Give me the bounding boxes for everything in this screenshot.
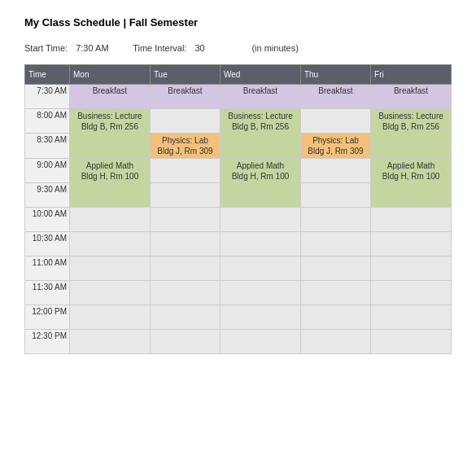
table-row: 9:00 AM Applied MathBldg H, Rm 100 Appli… xyxy=(25,159,452,183)
table-row: 12:00 PM xyxy=(25,305,452,330)
empty-fri-1100 xyxy=(371,256,452,281)
time-cell: 8:30 AM xyxy=(25,134,70,159)
math-mon: Applied MathBldg H, Rm 100 xyxy=(70,159,151,208)
empty-mon-1030 xyxy=(70,232,151,256)
breakfast-mon: Breakfast xyxy=(70,85,151,109)
empty-mon-1000 xyxy=(70,208,151,232)
breakfast-thu: Breakfast xyxy=(300,85,370,109)
header-row: Time Mon Tue Wed Thu Fri xyxy=(25,65,452,85)
interval-unit: (in minutes) xyxy=(251,43,298,53)
empty-thu-800 xyxy=(300,109,370,134)
time-cell: 10:00 AM xyxy=(25,208,70,232)
empty-thu-1000 xyxy=(300,208,370,232)
time-cell: 9:00 AM xyxy=(25,159,70,183)
empty-fri-1230 xyxy=(371,330,452,354)
empty-thu-1230 xyxy=(300,330,370,354)
breakfast-wed: Breakfast xyxy=(221,85,301,109)
physics-thu: Physics: LabBldg J, Rm 309 xyxy=(300,134,370,159)
header-thu: Thu xyxy=(300,65,370,85)
empty-fri-1000 xyxy=(371,208,452,232)
time-cell: 12:00 PM xyxy=(25,305,70,330)
table-row: 10:30 AM xyxy=(25,232,452,256)
empty-tue-1100 xyxy=(150,256,220,281)
empty-fri-1130 xyxy=(371,281,452,305)
table-row: 8:00 AM Business: LectureBldg B, Rm 256 … xyxy=(25,109,452,134)
table-row: 7:30 AM Breakfast Breakfast Breakfast Br… xyxy=(25,85,452,109)
empty-wed-1200 xyxy=(221,305,301,330)
physics-tue: Physics: LabBldg J, Rm 309 xyxy=(150,134,220,159)
empty-tue-1230 xyxy=(150,330,220,354)
empty-thu-1030 xyxy=(300,232,370,256)
empty-thu-930 xyxy=(300,183,370,208)
business-fri: Business: LectureBldg B, Rm 256 xyxy=(371,109,452,159)
time-cell: 7:30 AM xyxy=(25,85,70,109)
table-row: 10:00 AM xyxy=(25,208,452,232)
empty-wed-1100 xyxy=(221,256,301,281)
schedule-table: Time Mon Tue Wed Thu Fri 7:30 AM Breakfa… xyxy=(24,64,452,354)
empty-tue-1030 xyxy=(150,232,220,256)
math-wed: Applied MathBldg H, Rm 100 xyxy=(221,159,301,208)
table-row: 11:00 AM xyxy=(25,256,452,281)
empty-wed-1130 xyxy=(221,281,301,305)
empty-wed-1000 xyxy=(221,208,301,232)
empty-mon-1230 xyxy=(70,330,151,354)
empty-tue-1130 xyxy=(150,281,220,305)
breakfast-tue: Breakfast xyxy=(150,85,220,109)
time-cell: 9:30 AM xyxy=(25,183,70,208)
empty-fri-1030 xyxy=(371,232,452,256)
header-time: Time xyxy=(25,65,70,85)
interval-value: 30 xyxy=(194,43,243,53)
time-cell: 11:30 AM xyxy=(25,281,70,305)
header-tue: Tue xyxy=(150,65,220,85)
meta-row: Start Time: 7:30 AM Time Interval: 30 (i… xyxy=(24,43,452,53)
business-wed: Business: LectureBldg B, Rm 256 xyxy=(221,109,301,159)
start-time-label: Start Time: xyxy=(24,43,68,53)
math-fri: Applied MathBldg H, Rm 100 xyxy=(371,159,452,208)
header-fri: Fri xyxy=(371,65,452,85)
time-cell: 10:30 AM xyxy=(25,232,70,256)
empty-tue-1200 xyxy=(150,305,220,330)
empty-wed-1230 xyxy=(221,330,301,354)
empty-thu-1200 xyxy=(300,305,370,330)
table-row: 12:30 PM xyxy=(25,330,452,354)
start-time-value: 7:30 AM xyxy=(76,43,124,53)
table-row: 11:30 AM xyxy=(25,281,452,305)
breakfast-fri: Breakfast xyxy=(371,85,452,109)
time-cell: 11:00 AM xyxy=(25,256,70,281)
page-title: My Class Schedule | Fall Semester xyxy=(24,16,452,28)
empty-tue-900 xyxy=(150,159,220,183)
empty-mon-1200 xyxy=(70,305,151,330)
empty-mon-1100 xyxy=(70,256,151,281)
empty-thu-1130 xyxy=(300,281,370,305)
empty-wed-1030 xyxy=(221,232,301,256)
empty-mon-1130 xyxy=(70,281,151,305)
empty-tue-930 xyxy=(150,183,220,208)
time-cell: 8:00 AM xyxy=(25,109,70,134)
empty-tue-800 xyxy=(150,109,220,134)
empty-tue-1000 xyxy=(150,208,220,232)
empty-thu-900 xyxy=(300,159,370,183)
header-mon: Mon xyxy=(70,65,151,85)
business-mon: Business: LectureBldg B, Rm 256 xyxy=(70,109,151,159)
time-cell: 12:30 PM xyxy=(25,330,70,354)
interval-label: Time Interval: xyxy=(133,43,186,53)
empty-fri-1200 xyxy=(371,305,452,330)
header-wed: Wed xyxy=(221,65,301,85)
empty-thu-1100 xyxy=(300,256,370,281)
